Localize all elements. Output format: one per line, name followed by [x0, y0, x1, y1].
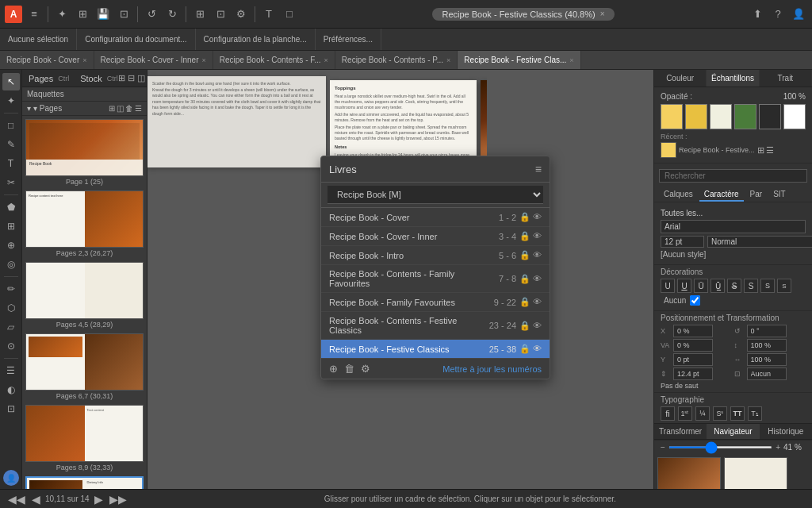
page-thumb-3[interactable]: Pages 4,5 (28,29): [25, 262, 144, 329]
add-book-icon[interactable]: ⊕: [329, 363, 338, 375]
dropdown-item-5[interactable]: Recipe Book - Contents - Festive Classic…: [321, 312, 550, 340]
typo-sup[interactable]: Sˢ: [713, 406, 727, 421]
search-input[interactable]: [659, 169, 807, 183]
doc-tab-3[interactable]: Recipe Book - Contents - P... ×: [335, 51, 458, 70]
font-style-field[interactable]: [707, 236, 812, 248]
panel-duplicate-icon[interactable]: ◫: [137, 73, 145, 83]
book-select[interactable]: Recipe Book [M]: [327, 186, 543, 204]
tab-preferences[interactable]: Préférences...: [316, 29, 381, 51]
page-thumb-5[interactable]: Text content Pages 8,9 (32,33): [25, 405, 144, 471]
pages-icon-2[interactable]: ◫: [117, 104, 124, 113]
pages-icon-3[interactable]: 🗑: [125, 104, 133, 113]
new-icon[interactable]: ✦: [53, 6, 71, 23]
nav-prev-btn[interactable]: ◀: [30, 493, 42, 506]
deco-underline-2[interactable]: U: [677, 279, 691, 293]
arrange-icon[interactable]: ⊡: [212, 6, 229, 23]
nav-thumb-1[interactable]: [657, 457, 721, 489]
h-field[interactable]: [747, 339, 787, 352]
menu-icon[interactable]: ≡: [25, 6, 43, 23]
text-icon[interactable]: T: [260, 6, 278, 23]
doc-tab-close-3[interactable]: ×: [446, 56, 450, 64]
open-icon[interactable]: ⊞: [74, 6, 91, 23]
size2-field[interactable]: [673, 368, 713, 380]
page-thumb-1[interactable]: Recipe Book Page 1 (25): [25, 119, 144, 186]
nav-thumb-2[interactable]: [724, 457, 787, 489]
tool-zoom[interactable]: ⊕: [2, 237, 20, 254]
nav-tab-historique[interactable]: Historique: [760, 424, 812, 439]
share-icon[interactable]: ⬆: [749, 6, 766, 23]
auto-deco-checkbox[interactable]: [690, 295, 700, 306]
zoom-slider[interactable]: [668, 446, 772, 448]
dropdown-item-3[interactable]: Recipe Book - Contents - Family Favourit…: [321, 265, 550, 293]
swatch-dark[interactable]: [759, 104, 781, 129]
dropdown-close-icon[interactable]: ≡: [535, 163, 542, 175]
typo-fi[interactable]: fi: [661, 406, 675, 421]
panel-remove-icon[interactable]: ⊟: [128, 73, 135, 83]
canvas-page-food[interactable]: [481, 80, 487, 166]
tab-aucune-selection[interactable]: Aucune sélection: [0, 29, 77, 51]
tool-table[interactable]: ⊞: [2, 217, 20, 235]
view-icon[interactable]: ⊞: [191, 6, 209, 23]
deco-strikethrough[interactable]: S: [727, 279, 741, 293]
nav-tab-navigateur[interactable]: Navigateur: [707, 424, 759, 439]
tab-config-planche[interactable]: Configuration de la planche...: [196, 29, 316, 51]
doc-tab-close-2[interactable]: ×: [324, 56, 328, 64]
doc-tab-0[interactable]: Recipe Book - Cover ×: [0, 51, 94, 70]
deco-s3[interactable]: S: [760, 279, 775, 293]
tab-couleur[interactable]: Couleur: [654, 70, 707, 87]
tab-config-doc[interactable]: Configuration du document...: [77, 29, 195, 51]
delete-book-icon[interactable]: 🗑: [344, 363, 354, 375]
redo-icon[interactable]: ↻: [163, 6, 181, 23]
zoom-minus-icon[interactable]: −: [661, 443, 665, 452]
page-thumb-4[interactable]: Pages 6,7 (30,31): [25, 333, 144, 400]
doc-tab-2[interactable]: Recipe Book - Contents - F... ×: [213, 51, 335, 70]
tool-text[interactable]: T: [2, 155, 20, 172]
doc-tab-close-4[interactable]: ×: [569, 56, 573, 64]
tab-calques[interactable]: Calques: [659, 188, 698, 202]
pages-tab-label[interactable]: Pages: [29, 74, 53, 83]
tool-color[interactable]: ◐: [2, 381, 20, 398]
deco-overline-2[interactable]: Ū̲: [710, 279, 725, 293]
zoom-plus-icon[interactable]: +: [776, 443, 780, 452]
page-thumb-6[interactable]: Nut Roast content Dietary Info Pages 10,…: [25, 476, 144, 489]
page-thumb-2[interactable]: Recipe content text here Pages 2,3 (26,2…: [25, 190, 144, 257]
deco-s2[interactable]: S: [744, 279, 758, 293]
deco-overline[interactable]: Ū: [694, 279, 708, 293]
settings-icon[interactable]: ⚙: [232, 6, 250, 23]
pages-chevron[interactable]: ▾: [27, 104, 31, 113]
tool-pen[interactable]: ✎: [2, 136, 20, 153]
deco-s4[interactable]: S: [777, 279, 791, 293]
tool-polygon[interactable]: ⬡: [2, 299, 20, 317]
tab-caractere[interactable]: Caractère: [699, 188, 744, 202]
tool-select[interactable]: ↖: [2, 73, 20, 90]
tab-echantillons[interactable]: Échantillons: [707, 70, 759, 87]
tool-user[interactable]: 👤: [3, 470, 19, 486]
swatch-white[interactable]: [783, 104, 806, 129]
dropdown-item-2[interactable]: Recipe Book - Intro 5 - 6 🔒 👁: [321, 246, 550, 265]
stock-tab-label[interactable]: Stock: [80, 74, 102, 83]
typo-sup1[interactable]: 1ˢᵗ: [678, 406, 692, 421]
angle-field[interactable]: [747, 325, 787, 337]
tool-pages[interactable]: ☰: [2, 362, 20, 379]
doc-tab-close-1[interactable]: ×: [201, 56, 205, 64]
w-field[interactable]: [747, 353, 787, 366]
doc-tab-close-0[interactable]: ×: [82, 56, 86, 64]
grid-view-icon[interactable]: ⊞: [757, 145, 764, 156]
aucun-field[interactable]: [747, 368, 787, 380]
tool-pencil[interactable]: ✏: [2, 280, 20, 298]
doc-tab-1[interactable]: Recipe Book - Cover - Inner ×: [94, 51, 213, 70]
nav-start-btn[interactable]: ◀◀: [6, 493, 27, 506]
settings-book-icon[interactable]: ⚙: [361, 363, 370, 375]
undo-icon[interactable]: ↺: [143, 6, 160, 23]
dropdown-item-6[interactable]: Recipe Book - Festive Classics 25 - 38 🔒…: [321, 340, 550, 359]
tool-scissors[interactable]: ✂: [2, 174, 20, 191]
va-field[interactable]: [673, 339, 713, 352]
canvas-far-left-page[interactable]: Scatter the dough in the bowl using one …: [147, 76, 326, 167]
tool-ellipse[interactable]: ⊙: [2, 337, 20, 355]
canvas-page-left[interactable]: Toppings Heat a large nonstick skillet o…: [330, 80, 477, 166]
swatch-yellow-1[interactable]: [661, 104, 683, 129]
shape-icon[interactable]: □: [281, 6, 298, 23]
typo-tt[interactable]: TT: [730, 406, 745, 421]
font-field[interactable]: [661, 220, 806, 233]
dropdown-item-0[interactable]: Recipe Book - Cover 1 - 2 🔒 👁: [321, 208, 550, 227]
